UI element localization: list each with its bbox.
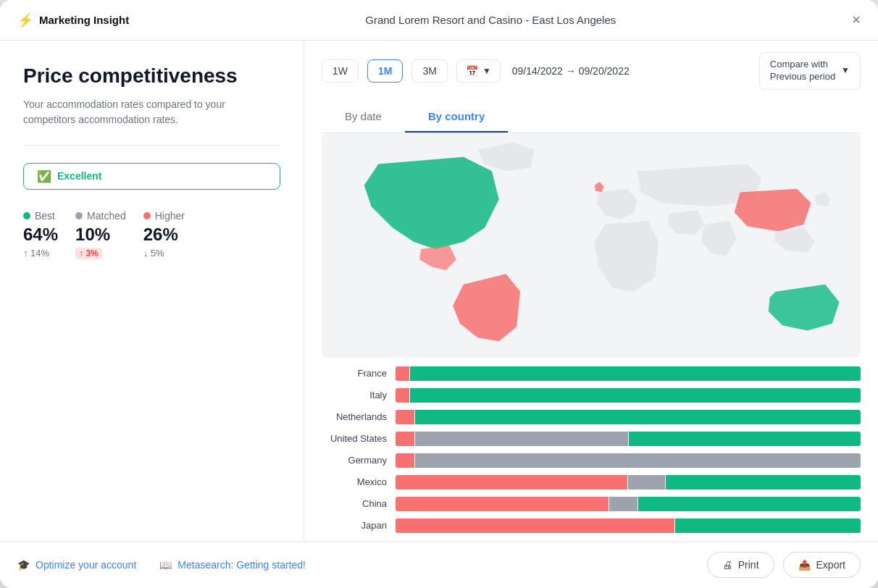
bar-segment-green [410, 366, 861, 381]
time-btn-1m[interactable]: 1M [367, 59, 403, 83]
modal-footer: 🎓 Optimize your account 📖 Metasearch: Ge… [0, 541, 878, 588]
calendar-button[interactable]: 📅 ▼ [456, 59, 501, 83]
book-icon: 📖 [159, 559, 172, 571]
metric-matched: Matched 10% ↑ 3% [75, 210, 126, 259]
controls-bar: 1W 1M 3M 📅 ▼ 09/14/2022 → 09/20/2022 Com… [304, 41, 878, 101]
gray-dot [75, 212, 83, 219]
bar-country-label: Netherlands [322, 411, 387, 422]
metric-best-label: Best [23, 210, 58, 222]
export-label: Export [816, 559, 845, 571]
tab-by-country[interactable]: By country [405, 101, 508, 133]
bar-container [396, 432, 861, 446]
bar-segment-red [396, 410, 414, 424]
optimize-account-link[interactable]: 🎓 Optimize your account [17, 559, 136, 571]
excellence-badge: ✅ Excellent [23, 163, 280, 190]
bar-row: Italy [322, 388, 861, 403]
lightning-icon: ⚡ [17, 12, 33, 28]
red-dot [143, 212, 151, 219]
bar-segment-red [396, 475, 627, 490]
bar-segment-gray [609, 497, 637, 511]
metric-higher: Higher 26% ↓ 5% [143, 210, 185, 259]
metric-higher-change: ↓ 5% [143, 248, 185, 259]
metric-best: Best 64% ↑ 14% [23, 210, 58, 259]
bar-row: Mexico [322, 475, 861, 490]
metric-higher-label: Higher [143, 210, 185, 222]
metric-higher-value: 26% [143, 224, 185, 245]
bar-segment-green [638, 497, 861, 511]
metric-matched-value: 10% [75, 224, 126, 245]
metasearch-link[interactable]: 📖 Metasearch: Getting started! [159, 559, 306, 571]
modal-body: Price competitiveness Your accommodation… [0, 41, 878, 541]
bar-segment-red [396, 518, 674, 533]
metric-matched-label: Matched [75, 210, 126, 222]
modal-header: ⚡ Marketing Insight Grand Lorem Resort a… [0, 0, 878, 41]
bar-container [396, 475, 861, 490]
bar-segment-red [396, 432, 414, 446]
bar-segment-green [675, 518, 861, 533]
print-label: Print [738, 559, 759, 571]
metric-best-change: ↑ 14% [23, 248, 58, 259]
print-button[interactable]: 🖨 Print [707, 552, 774, 578]
bar-row: United States [322, 432, 861, 446]
map-svg [322, 133, 861, 358]
bar-container [396, 388, 861, 403]
mortarboard-icon: 🎓 [17, 559, 30, 571]
bar-segment-green [666, 475, 861, 490]
time-btn-3m[interactable]: 3M [411, 59, 447, 83]
metric-matched-change: ↑ 3% [75, 248, 126, 259]
calendar-icon: 📅 [466, 65, 478, 77]
page-description: Your accommodation rates compared to you… [23, 97, 280, 127]
tab-by-date[interactable]: By date [322, 101, 405, 133]
bar-segment-green [629, 432, 861, 446]
time-btn-1w[interactable]: 1W [322, 59, 359, 83]
footer-actions: 🖨 Print 📤 Export [707, 552, 861, 578]
bar-country-label: France [322, 368, 387, 379]
date-range-display: 09/14/2022 → 09/20/2022 [512, 65, 630, 77]
bar-segment-gray [415, 432, 628, 446]
bar-chart-area: FranceItalyNetherlandsUnited StatesGerma… [304, 358, 878, 541]
modal-container: ⚡ Marketing Insight Grand Lorem Resort a… [0, 0, 878, 588]
bar-country-label: China [322, 498, 387, 509]
header-title: Grand Lorem Resort and Casino - East Los… [365, 14, 616, 26]
bar-country-label: Japan [322, 520, 387, 531]
bar-row: Germany [322, 453, 861, 468]
bar-row: France [322, 366, 861, 381]
divider [23, 145, 280, 146]
metasearch-link-label: Metasearch: Getting started! [177, 559, 306, 571]
left-panel: Price competitiveness Your accommodation… [0, 41, 304, 541]
bar-country-label: United States [322, 433, 387, 444]
bar-country-label: Italy [322, 390, 387, 400]
badge-label: Excellent [57, 170, 101, 182]
matched-change-badge: ↑ 3% [75, 248, 102, 259]
bar-segment-red [396, 388, 409, 403]
bar-segment-red [396, 497, 609, 511]
bar-segment-gray [628, 475, 665, 490]
page-title: Price competitiveness [23, 64, 280, 88]
bar-country-label: Germany [322, 455, 387, 466]
brand-logo: ⚡ Marketing Insight [17, 12, 129, 28]
bar-row: Japan [322, 518, 861, 533]
check-icon: ✅ [37, 169, 51, 183]
export-button[interactable]: 📤 Export [783, 552, 861, 578]
optimize-link-label: Optimize your account [35, 559, 136, 571]
compare-button[interactable]: Compare withPrevious period ▼ [759, 52, 861, 90]
chevron-down-icon-compare: ▼ [841, 65, 850, 77]
bar-segment-green [410, 388, 861, 403]
bar-container [396, 366, 861, 381]
brand-label: Marketing Insight [39, 14, 129, 26]
close-button[interactable]: × [852, 12, 861, 28]
right-panel: 1W 1M 3M 📅 ▼ 09/14/2022 → 09/20/2022 Com… [304, 41, 878, 541]
metrics-row: Best 64% ↑ 14% Matched 10% ↑ 3% [23, 210, 280, 259]
bar-segment-red [396, 453, 414, 468]
bar-country-label: Mexico [322, 476, 387, 487]
footer-links: 🎓 Optimize your account 📖 Metasearch: Ge… [17, 559, 306, 571]
bar-segment-green [415, 410, 861, 424]
bar-container [396, 453, 861, 468]
metric-best-value: 64% [23, 224, 58, 245]
bar-container [396, 497, 861, 511]
compare-label: Compare withPrevious period [770, 59, 835, 83]
bar-container [396, 518, 861, 533]
bar-container [396, 410, 861, 424]
bar-row: China [322, 497, 861, 511]
export-icon: 📤 [798, 559, 811, 571]
